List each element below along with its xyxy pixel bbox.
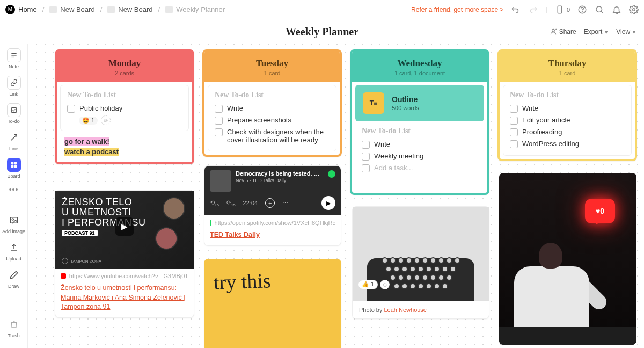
document-icon: T≡ xyxy=(363,92,384,114)
sidebar-trash[interactable]: Trash xyxy=(7,317,21,338)
canvas[interactable]: 0 Unsorted Monday2 cards New To-do List … xyxy=(28,44,644,348)
svg-rect-15 xyxy=(14,162,17,165)
sidebar-line[interactable]: Line xyxy=(7,130,21,151)
share-button[interactable]: Share xyxy=(550,28,576,35)
reaction-row: 👍 1☺ xyxy=(358,280,390,289)
sidebar-upload[interactable]: Upload xyxy=(6,241,21,262)
task-row[interactable]: WordPress editing xyxy=(510,138,625,150)
monday-notes[interactable]: go for a walk! watch a podcast xyxy=(60,134,189,159)
wednesday-card[interactable]: Wednesday1 card, 1 document T≡ Outline50… xyxy=(350,49,489,195)
sidebar-add-image[interactable]: Add image xyxy=(2,213,25,234)
svg-rect-0 xyxy=(558,6,562,13)
play-icon[interactable]: ▶ xyxy=(321,196,335,210)
svg-point-19 xyxy=(12,219,13,220)
app-logo-icon: M xyxy=(5,5,15,15)
wednesday-todo[interactable]: New To-do List Write Weekly meeting Add … xyxy=(355,125,484,179)
undo-icon[interactable] xyxy=(511,5,521,15)
reaction-pill[interactable]: 👍 1 xyxy=(358,280,378,289)
svg-rect-14 xyxy=(11,162,13,165)
thursday-todo[interactable]: New To-do List Write Edit your article P… xyxy=(503,85,632,156)
view-button[interactable]: View▼ xyxy=(616,28,636,35)
mobile-icon[interactable] xyxy=(555,5,565,15)
task-row[interactable]: Edit your article xyxy=(510,114,625,126)
breadcrumb-item-1[interactable]: New Board xyxy=(49,5,94,14)
sidebar-note[interactable]: Note xyxy=(7,48,21,69)
add-icon[interactable]: + xyxy=(265,198,275,208)
monday-todo[interactable]: New To-do List Public holiday 🤩 1☺ xyxy=(60,85,189,131)
add-reaction-icon[interactable]: ☺ xyxy=(380,280,390,289)
sidebar-board[interactable]: Board xyxy=(7,158,21,179)
credit-link[interactable]: Leah Newhouse xyxy=(384,307,427,313)
crumb-sep: / xyxy=(42,5,45,13)
add-task-input[interactable]: Add a task... xyxy=(362,162,478,174)
link-title[interactable]: Žensko telo u umetnosti i performansu: M… xyxy=(55,284,194,317)
rewind-icon[interactable]: ⟲15 xyxy=(210,199,219,207)
neon-like-icon: ♥0 xyxy=(585,199,615,223)
podcast-cover xyxy=(210,170,231,192)
image-icon xyxy=(7,213,21,227)
checkbox-icon xyxy=(7,103,21,117)
redo-icon[interactable] xyxy=(528,5,538,15)
youtube-link-card[interactable]: ŽENSKO TELOU UMETNOSTII PERFORMANSU PODC… xyxy=(55,190,194,318)
help-icon[interactable] xyxy=(577,5,587,15)
typewriter-photo-card[interactable]: 👍 1☺ Photo by Leah Newhouse xyxy=(352,206,489,319)
svg-point-2 xyxy=(582,11,583,12)
upload-icon xyxy=(7,241,21,255)
export-button[interactable]: Export▼ xyxy=(584,28,609,35)
sidebar-todo[interactable]: To-do xyxy=(7,103,21,124)
outline-document[interactable]: T≡ Outline500 words xyxy=(355,85,484,121)
breadcrumb-home[interactable]: M Home xyxy=(5,5,37,15)
sticky-note[interactable]: try this xyxy=(204,259,341,348)
sidebar-more[interactable]: ••• xyxy=(9,185,19,194)
tuesday-card[interactable]: Tuesday1 card New To-do List Write Prepa… xyxy=(202,49,342,157)
task-row[interactable]: Write xyxy=(510,103,625,114)
task-row[interactable]: Write xyxy=(362,139,478,150)
thursday-card[interactable]: Thursday1 card New To-do List Write Edit… xyxy=(497,49,637,161)
note-icon xyxy=(7,48,21,62)
title-row: Weekly Planner Share Export▼ View▼ xyxy=(0,19,644,44)
reaction-pill[interactable]: 🤩 1 xyxy=(79,117,98,125)
forward-icon[interactable]: ⟳15 xyxy=(226,199,236,207)
breadcrumb-current[interactable]: Weekly Planner xyxy=(165,5,225,14)
monday-card[interactable]: Monday2 cards New To-do List Public holi… xyxy=(55,49,194,164)
board-icon xyxy=(7,158,21,172)
task-row[interactable]: Proofreading xyxy=(510,126,625,138)
task-row[interactable]: Public holiday xyxy=(67,103,182,114)
page-title: Weekly Planner xyxy=(286,26,358,38)
spotify-link-card[interactable]: Democracy is being tested. CitizenNov 5 … xyxy=(204,165,341,246)
task-row[interactable]: Check with designers when the cover illu… xyxy=(215,126,330,146)
spotify-icon xyxy=(210,220,211,226)
neon-heart-photo-card[interactable]: ♥0 xyxy=(499,173,636,345)
refer-link[interactable]: Refer a friend, get more space > xyxy=(411,6,503,13)
highlight-yellow: watch a podcast xyxy=(64,148,119,156)
channel-stamp: TAMPON ZONA xyxy=(62,258,101,264)
svg-line-13 xyxy=(11,135,17,141)
sidebar-link[interactable]: Link xyxy=(7,76,21,97)
playback-time: 22:04 xyxy=(243,200,258,206)
settings-icon[interactable] xyxy=(629,5,639,15)
link-title[interactable]: TED Talks Daily xyxy=(204,230,341,245)
mobile-count: 0 xyxy=(567,6,570,13)
svg-point-3 xyxy=(596,6,602,12)
add-reaction-icon[interactable]: ☺ xyxy=(101,115,111,125)
tuesday-todo[interactable]: New To-do List Write Prepare screenshots… xyxy=(208,85,336,151)
play-icon[interactable]: ▶ xyxy=(115,218,134,236)
breadcrumb-item-2[interactable]: New Board xyxy=(107,5,152,14)
task-row[interactable]: Write xyxy=(215,103,330,114)
bell-icon[interactable] xyxy=(612,5,621,15)
checkbox-icon[interactable] xyxy=(67,105,75,113)
spotify-player: Democracy is being tested. CitizenNov 5 … xyxy=(204,166,341,215)
sidebar-draw[interactable]: Draw xyxy=(7,268,21,289)
more-icon[interactable]: ⋯ xyxy=(282,200,288,207)
youtube-thumbnail: ŽENSKO TELOU UMETNOSTII PERFORMANSU PODC… xyxy=(55,191,194,269)
svg-rect-17 xyxy=(14,165,17,168)
task-row[interactable]: Weekly meeting xyxy=(362,150,478,162)
search-icon[interactable] xyxy=(595,5,604,15)
svg-rect-12 xyxy=(11,107,16,112)
task-row[interactable]: Prepare screenshots xyxy=(215,114,330,126)
avatar xyxy=(163,197,185,220)
link-icon xyxy=(7,76,21,90)
trash-icon xyxy=(7,317,21,331)
spotify-icon xyxy=(328,170,335,178)
home-label: Home xyxy=(18,5,37,13)
